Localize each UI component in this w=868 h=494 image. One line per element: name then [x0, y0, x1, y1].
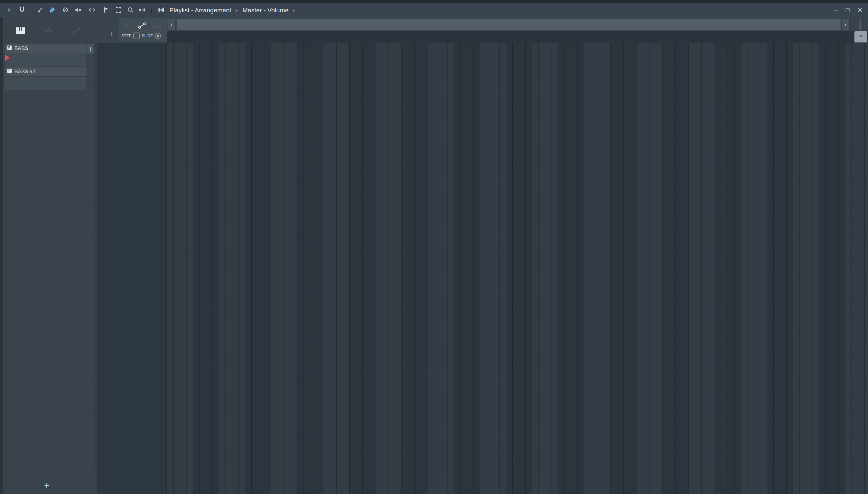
magnet-icon[interactable] — [17, 5, 27, 15]
minimize-button[interactable]: – — [834, 7, 838, 14]
pattern-icon — [7, 69, 12, 75]
piano-mode-icon[interactable] — [151, 21, 163, 30]
audio-tab-icon[interactable] — [42, 25, 55, 36]
breadcrumb: Playlist - Arrangement ▸ Master - Volume… — [169, 3, 295, 17]
scroll-left-button[interactable]: ‹ — [168, 19, 176, 31]
pattern-name: BASS — [15, 45, 28, 52]
picker-panel: BASS BASS #2 ❙ + — [3, 17, 97, 494]
paint-tool-icon[interactable] — [47, 5, 57, 15]
maximize-button[interactable]: □ — [846, 7, 850, 14]
breadcrumb-playlist[interactable]: Playlist - Arrangement — [169, 7, 231, 14]
pattern-name: BASS #2 — [15, 69, 35, 75]
breadcrumb-selection[interactable]: Master - Volume — [242, 7, 289, 14]
automation-tab-icon[interactable] — [71, 25, 82, 36]
toolbar-divider — [151, 6, 152, 14]
main-toolbar: Playlist - Arrangement ▸ Master - Volume… — [0, 3, 868, 17]
close-button[interactable]: ✕ — [857, 7, 863, 14]
audio-mode-icon[interactable] — [121, 21, 133, 30]
step-toggle[interactable] — [133, 33, 140, 39]
stretch-icon[interactable] — [87, 5, 97, 15]
pattern-list-scrollbar[interactable] — [87, 44, 95, 469]
window-top-edge — [0, 0, 868, 3]
collapse-ruler-button[interactable]: ^ — [854, 31, 867, 42]
timeline-ruler[interactable] — [167, 31, 868, 44]
fl-studio-window: Playlist - Arrangement ▸ Master - Volume… — [0, 0, 868, 494]
playlist-window: + STEP SLIDE ‹ › ^ — [97, 17, 868, 494]
pattern-item[interactable]: BASS — [5, 44, 87, 67]
step-label: STEP — [122, 34, 131, 38]
header-lane-divider — [166, 43, 167, 494]
flag-marker-icon[interactable] — [101, 5, 112, 15]
scrollbar-end-cap — [859, 19, 863, 31]
performance-tool-panel: STEP SLIDE — [118, 18, 168, 42]
chevron-right-icon: ▸ — [293, 7, 295, 14]
picker-tabs — [3, 17, 97, 42]
select-zone-icon[interactable] — [113, 5, 124, 15]
window-left-edge — [0, 17, 3, 494]
slip-tool-icon[interactable] — [35, 5, 45, 15]
window-controls: – □ ✕ — [834, 3, 863, 17]
playing-pattern-marker — [5, 55, 10, 61]
play-arrow-icon[interactable] — [4, 5, 15, 15]
mute-tool-icon[interactable] — [73, 5, 83, 15]
pattern-item[interactable]: BASS #2 — [5, 67, 87, 90]
pattern-preview — [5, 53, 87, 67]
scroll-right-button[interactable]: › — [842, 19, 850, 31]
add-pattern-button[interactable]: + — [3, 479, 90, 492]
playback-preview-icon[interactable] — [137, 5, 147, 15]
pattern-preview — [5, 77, 87, 90]
grid-background — [167, 43, 868, 494]
chevron-right-icon: ▸ — [235, 7, 238, 14]
pattern-icon — [7, 45, 12, 52]
zoom-icon[interactable] — [125, 5, 136, 15]
add-track-mode-button[interactable]: + — [107, 29, 116, 38]
no-snap-icon[interactable] — [60, 5, 71, 15]
slide-label: SLIDE — [142, 34, 153, 38]
playlist-minimap-scrollbar[interactable] — [176, 19, 841, 31]
monitor-speaker-icon[interactable] — [156, 5, 166, 15]
slide-toggle[interactable] — [155, 33, 161, 39]
pattern-list-scroll-handle[interactable]: ❙ — [87, 44, 95, 55]
pattern-list: BASS BASS #2 — [5, 44, 87, 90]
tracks-area — [97, 43, 868, 494]
slide-mode-icon[interactable] — [136, 21, 148, 30]
piano-tab-icon[interactable] — [15, 25, 26, 36]
